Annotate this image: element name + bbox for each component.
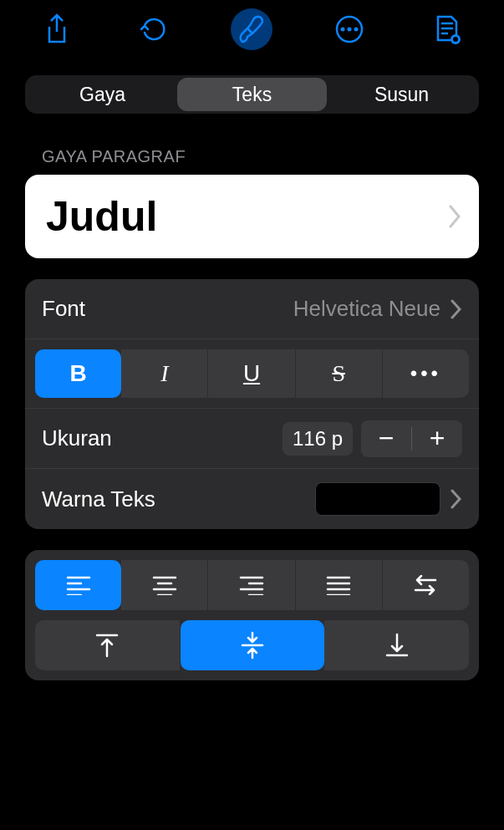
italic-button[interactable]: I [121, 349, 208, 398]
text-direction-icon [412, 575, 439, 595]
valign-middle-button[interactable] [181, 620, 325, 670]
valign-bottom-icon [385, 633, 409, 658]
svg-point-1 [341, 28, 345, 32]
font-label: Font [42, 296, 85, 322]
align-justify-icon [326, 575, 351, 595]
text-color-swatch[interactable] [315, 482, 440, 516]
align-center-button[interactable] [121, 560, 208, 610]
align-center-icon [152, 575, 177, 595]
inspector-tabs: Gaya Teks Susun [25, 75, 479, 114]
vertical-align-row [35, 620, 469, 670]
align-justify-button[interactable] [296, 560, 383, 610]
text-color-label: Warna Teks [42, 486, 155, 512]
undo-button[interactable] [134, 8, 176, 50]
document-icon [433, 13, 461, 45]
paragraph-style-value: Judul [46, 192, 157, 241]
more-styles-button[interactable]: ••• [383, 349, 469, 398]
paragraph-style-label: GAYA PARAGRAF [42, 147, 462, 166]
text-direction-button[interactable] [383, 560, 469, 610]
underline-button[interactable]: U [208, 349, 295, 398]
share-icon [44, 13, 69, 45]
valign-bottom-button[interactable] [324, 620, 469, 670]
size-stepper: − + [361, 420, 462, 457]
align-left-icon [66, 575, 91, 595]
more-circle-icon [334, 14, 364, 44]
size-increase-button[interactable]: + [412, 420, 462, 457]
strikethrough-button[interactable]: S [296, 349, 383, 398]
valign-top-button[interactable] [35, 620, 181, 670]
svg-point-5 [453, 37, 458, 42]
chevron-right-icon [451, 489, 462, 509]
tab-text[interactable]: Teks [177, 78, 327, 111]
text-color-row[interactable]: Warna Teks [25, 469, 479, 529]
valign-middle-icon [241, 631, 264, 659]
chevron-right-icon [449, 205, 462, 228]
svg-point-2 [348, 28, 352, 32]
more-icon: ••• [410, 362, 441, 385]
paintbrush-icon [236, 13, 267, 45]
font-group: Font Helvetica Neue B I U S ••• Ukuran 1… [25, 279, 479, 529]
size-value[interactable]: 116 p [283, 422, 353, 456]
size-label: Ukuran [42, 425, 112, 451]
bold-button[interactable]: B [35, 349, 121, 398]
alignment-group [25, 550, 479, 680]
svg-point-3 [354, 28, 359, 32]
format-button[interactable] [231, 8, 272, 50]
chevron-right-icon [451, 299, 462, 319]
valign-top-icon [95, 633, 119, 658]
size-decrease-button[interactable]: − [361, 420, 411, 457]
share-button[interactable] [36, 8, 78, 50]
document-view-button[interactable] [426, 8, 468, 50]
align-right-button[interactable] [208, 560, 295, 610]
align-right-icon [239, 575, 264, 595]
tab-arrange[interactable]: Susun [327, 78, 476, 111]
font-value: Helvetica Neue [293, 296, 440, 322]
text-style-buttons: B I U S ••• [25, 339, 479, 409]
more-button[interactable] [328, 8, 370, 50]
font-row[interactable]: Font Helvetica Neue [25, 279, 479, 339]
align-left-button[interactable] [35, 560, 121, 610]
size-row: Ukuran 116 p − + [25, 409, 479, 469]
undo-icon [140, 14, 170, 44]
horizontal-align-row [35, 560, 469, 610]
tab-style[interactable]: Gaya [28, 78, 177, 111]
paragraph-style-row[interactable]: Judul [25, 175, 479, 258]
top-toolbar [0, 0, 504, 59]
